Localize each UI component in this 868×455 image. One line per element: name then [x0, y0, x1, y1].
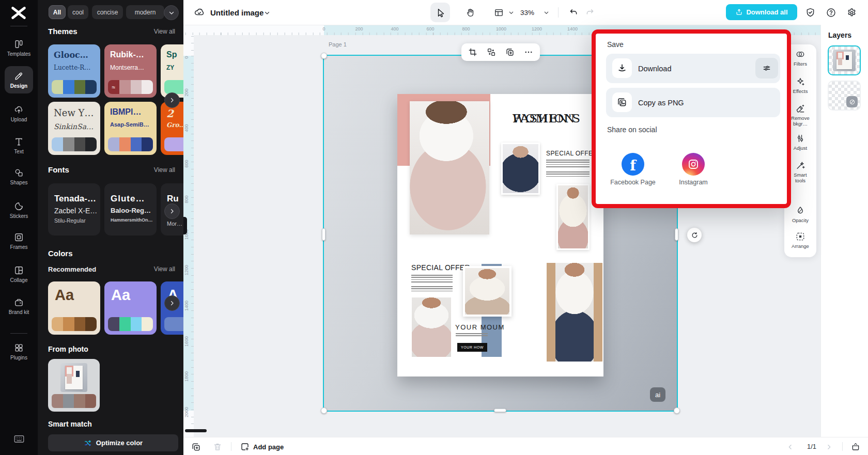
- download-row[interactable]: Download: [606, 54, 780, 83]
- download-all-button[interactable]: Download all: [726, 4, 797, 20]
- theme-subtitle: SinkinSa…: [54, 122, 94, 131]
- theme-subtitle: Lucette-R…: [54, 64, 90, 71]
- capcut-logo-icon: [9, 4, 28, 22]
- panel-collapse-handle[interactable]: [183, 217, 187, 234]
- color-card[interactable]: Aa: [104, 281, 157, 335]
- filter-chip-cool[interactable]: cool: [68, 5, 88, 19]
- download-settings-button[interactable]: [755, 58, 778, 79]
- themes-next-button[interactable]: [164, 92, 180, 108]
- help-button[interactable]: [824, 5, 838, 20]
- themes-view-all[interactable]: View all: [154, 28, 175, 35]
- duplicate-page-button[interactable]: [189, 440, 203, 454]
- layout-menu-button[interactable]: [508, 10, 514, 15]
- prev-page-button[interactable]: [784, 441, 796, 452]
- redo-button[interactable]: [580, 3, 600, 22]
- theme-card[interactable]: Glooc… Lucette-R…: [48, 44, 100, 98]
- colors-view-all[interactable]: View all: [154, 265, 175, 273]
- filter-chip-modern[interactable]: modern: [126, 5, 164, 19]
- help-icon: [826, 7, 836, 18]
- shapes-icon: [14, 168, 24, 178]
- rotate-handle[interactable]: [687, 228, 702, 242]
- sidebar-item-stickers[interactable]: Stickers: [0, 201, 38, 219]
- colors-next-button[interactable]: [164, 295, 180, 311]
- templates-icon: [14, 39, 24, 49]
- toolbar-divider: [558, 7, 559, 18]
- hand-tool-button[interactable]: [460, 3, 480, 22]
- optimize-color-button[interactable]: Optimize color: [48, 434, 178, 451]
- zoom-level[interactable]: 33%: [520, 0, 534, 25]
- layer-thumbnail-empty[interactable]: [828, 81, 861, 111]
- smart-tools-icon: [795, 160, 805, 170]
- sidebar-item-upload[interactable]: Upload: [0, 105, 38, 122]
- fonts-next-button[interactable]: [164, 203, 180, 219]
- font-card[interactable]: Glute… Baloo-Reg… HammersmithOn…: [104, 183, 157, 236]
- delete-page-button[interactable]: [210, 440, 225, 454]
- color-card[interactable]: Aa: [48, 281, 100, 335]
- share-header: Share on social: [607, 125, 657, 134]
- bottom-divider: [842, 442, 843, 451]
- sidebar-item-collage[interactable]: Collage: [0, 265, 38, 283]
- sidebar-item-brand-kit[interactable]: Brand kit: [0, 297, 38, 315]
- share-instagram-button[interactable]: [682, 153, 705, 176]
- sidebar-item-templates[interactable]: Templates: [0, 39, 38, 57]
- horizontal-scrollbar[interactable]: [185, 429, 207, 432]
- zoom-menu-button[interactable]: [544, 10, 549, 15]
- resize-handle-top-left[interactable]: [321, 53, 327, 59]
- theme-card[interactable]: Rubik-… Montserra… ≈: [104, 44, 157, 98]
- sidebar-item-text[interactable]: Text: [0, 137, 38, 154]
- tool-arrange[interactable]: Arrange: [784, 231, 816, 249]
- tool-opacity[interactable]: Opacity: [784, 206, 816, 223]
- sidebar-item-design[interactable]: Design: [5, 66, 33, 93]
- next-page-button[interactable]: [823, 441, 834, 452]
- capcut-logo[interactable]: [9, 4, 28, 22]
- share-facebook-button[interactable]: f: [622, 153, 644, 176]
- filter-chip-concise[interactable]: concise: [92, 5, 123, 19]
- add-page-button[interactable]: Add page: [237, 440, 287, 454]
- sidebar-item-shapes[interactable]: Shapes: [0, 168, 38, 185]
- optimize-color-label: Optimize color: [96, 439, 143, 447]
- chevron-down-icon: [508, 10, 514, 15]
- settings-button[interactable]: [844, 5, 859, 20]
- download-all-label: Download all: [746, 8, 787, 16]
- theme-card[interactable]: New Y… SinkinSa…: [48, 102, 100, 155]
- fonts-view-all[interactable]: View all: [154, 166, 175, 174]
- poster-heading2: YOUR MOUM: [455, 323, 505, 331]
- more-options-button[interactable]: [521, 45, 536, 59]
- resize-handle-left[interactable]: [322, 228, 326, 241]
- select-tool-button[interactable]: [430, 3, 450, 22]
- sidebar-item-plugins[interactable]: Plugins: [0, 343, 38, 360]
- filter-chip-all[interactable]: All: [49, 5, 66, 19]
- resize-handle-bottom-right[interactable]: [674, 407, 680, 414]
- sidebar-item-frames[interactable]: Frames: [0, 232, 38, 250]
- from-photo-card[interactable]: [48, 359, 100, 412]
- theme-title: Rubik-…: [110, 50, 144, 59]
- document-menu-button[interactable]: [264, 10, 270, 16]
- chevron-right-icon: [826, 444, 832, 450]
- crop-button[interactable]: [466, 45, 480, 59]
- download-label: Download: [638, 54, 672, 83]
- brand-kit-icon: [14, 297, 24, 307]
- layer-thumbnail-selected[interactable]: [828, 45, 861, 75]
- chevron-right-icon: [169, 300, 175, 306]
- font-card[interactable]: Tenada-… Zacbel X-E… Stilu-Regular: [48, 183, 100, 236]
- smart-match-label: Smart match: [48, 420, 92, 428]
- resize-handle-right[interactable]: [675, 228, 678, 241]
- replace-button[interactable]: [484, 45, 499, 59]
- collage-icon: [14, 265, 24, 275]
- theme-card[interactable]: Sp ZY: [161, 44, 183, 98]
- keyboard-shortcuts-button[interactable]: [14, 435, 24, 443]
- document-title[interactable]: Untitled image: [210, 0, 264, 25]
- layout-tool-button[interactable]: [489, 3, 508, 22]
- crop-icon: [468, 48, 477, 57]
- resize-handle-bottom[interactable]: [494, 409, 506, 412]
- duplicate-icon: [505, 48, 515, 57]
- safety-button[interactable]: [803, 5, 817, 20]
- resize-handle-bottom-left[interactable]: [321, 407, 327, 414]
- theme-card[interactable]: IBMPl… Asap-SemiB…: [104, 102, 157, 155]
- copy-as-png-row[interactable]: Copy as PNG: [606, 88, 780, 117]
- chips-expand-button[interactable]: [164, 5, 179, 20]
- theme-card[interactable]: 2 Gro…: [161, 102, 183, 155]
- poster-photo-floral: [556, 184, 590, 250]
- present-button[interactable]: [849, 440, 862, 453]
- duplicate-button[interactable]: [503, 45, 517, 59]
